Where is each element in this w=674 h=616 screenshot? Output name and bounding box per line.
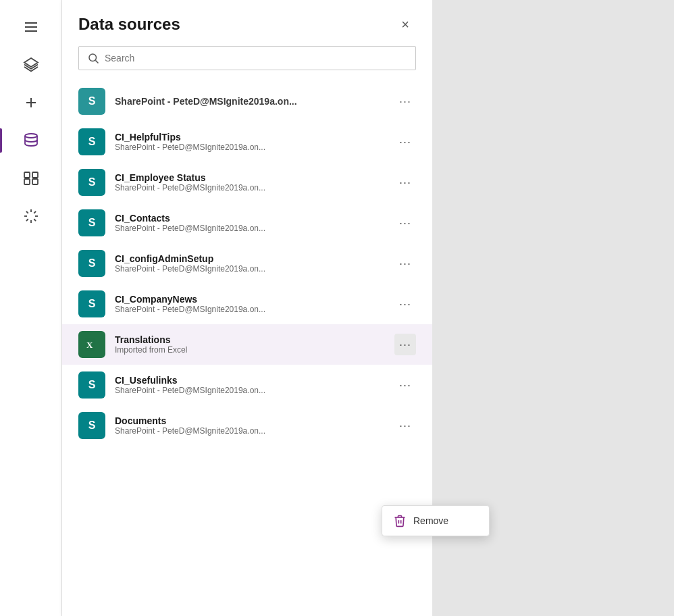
datasource-name: CI_CompanyNews xyxy=(115,294,385,305)
more-button[interactable]: ··· xyxy=(394,374,416,396)
svg-line-20 xyxy=(95,60,98,63)
list-item[interactable]: S Documents SharePoint - PeteD@MSIgnite2… xyxy=(62,405,432,446)
more-button[interactable]: ··· xyxy=(394,91,416,112)
search-icon xyxy=(87,52,99,64)
search-box xyxy=(78,46,416,70)
datasource-sub: SharePoint - PeteD@MSIgnite2019a.on... xyxy=(115,386,385,395)
more-button-translations[interactable]: ··· xyxy=(394,334,416,355)
add-icon xyxy=(23,95,39,111)
list-item[interactable]: S CI_Contacts SharePoint - PeteD@MSIgnit… xyxy=(62,203,432,243)
search-container xyxy=(62,46,432,81)
layers-icon xyxy=(23,57,39,73)
svg-rect-8 xyxy=(32,172,38,178)
panel-header: Data sources × xyxy=(62,0,432,46)
sidebar-item-tools[interactable] xyxy=(0,197,61,235)
svg-rect-10 xyxy=(32,179,38,184)
datasource-name: Documents xyxy=(115,415,385,426)
remove-menu-item[interactable]: Remove xyxy=(382,506,489,536)
svg-line-18 xyxy=(34,211,36,213)
datasource-name: CI_Contacts xyxy=(115,213,385,224)
sharepoint-icon: S xyxy=(78,88,105,115)
tools-icon xyxy=(23,208,39,224)
datasource-sub: Imported from Excel xyxy=(115,345,385,355)
svg-rect-9 xyxy=(24,179,30,184)
trash-icon xyxy=(393,514,407,528)
context-menu: Remove xyxy=(382,505,490,536)
list-item[interactable]: S CI_Usefulinks SharePoint - PeteD@MSIgn… xyxy=(62,365,432,405)
sharepoint-icon: S xyxy=(78,209,105,236)
datasource-name: Translations xyxy=(115,334,385,345)
list-item[interactable]: S CI_configAdminSetup SharePoint - PeteD… xyxy=(62,243,432,284)
more-button[interactable]: ··· xyxy=(394,212,416,234)
menu-icon xyxy=(23,19,39,35)
datasource-name: CI_HelpfulTips xyxy=(115,132,385,143)
close-button[interactable]: × xyxy=(394,14,416,35)
sharepoint-icon: S xyxy=(78,290,105,317)
datasource-sub: SharePoint - PeteD@MSIgnite2019a.on... xyxy=(115,143,385,152)
datasource-sub: SharePoint - PeteD@MSIgnite2019a.on... xyxy=(115,224,385,233)
more-button[interactable]: ··· xyxy=(394,172,416,193)
data-sources-panel: Data sources × S SharePoint - PeteD@MSIg… xyxy=(62,0,432,616)
svg-line-13 xyxy=(26,211,28,213)
more-button[interactable]: ··· xyxy=(394,415,416,436)
datasource-name: CI_configAdminSetup xyxy=(115,253,385,264)
sidebar-item-layers[interactable] xyxy=(0,46,61,84)
media-icon xyxy=(23,170,39,186)
list-item-partial: S SharePoint - PeteD@MSIgnite2019a.on...… xyxy=(62,81,432,122)
svg-point-19 xyxy=(89,54,97,61)
data-icon xyxy=(23,132,39,149)
datasource-list: S SharePoint - PeteD@MSIgnite2019a.on...… xyxy=(62,81,432,616)
more-button[interactable]: ··· xyxy=(394,131,416,153)
excel-icon: X xyxy=(78,331,105,358)
sidebar-item-data[interactable] xyxy=(0,122,61,159)
datasource-sub: SharePoint - PeteD@MSIgnite2019a.on... xyxy=(115,305,385,314)
svg-line-14 xyxy=(34,219,36,221)
sharepoint-icon: S xyxy=(78,128,105,155)
datasource-name: SharePoint - PeteD@MSIgnite2019a.on... xyxy=(115,96,385,107)
list-item[interactable]: S CI_Employee Status SharePoint - PeteD@… xyxy=(62,162,432,203)
list-item-translations[interactable]: X Translations Imported from Excel ··· xyxy=(62,324,432,365)
sidebar xyxy=(0,0,62,616)
more-button[interactable]: ··· xyxy=(394,253,416,274)
svg-text:X: X xyxy=(86,340,93,350)
sharepoint-icon: S xyxy=(78,412,105,439)
sidebar-item-menu[interactable] xyxy=(0,8,61,46)
datasource-name: CI_Employee Status xyxy=(115,172,385,183)
list-item[interactable]: S CI_CompanyNews SharePoint - PeteD@MSIg… xyxy=(62,284,432,324)
datasource-sub: SharePoint - PeteD@MSIgnite2019a.on... xyxy=(115,264,385,274)
svg-rect-7 xyxy=(24,172,30,178)
search-input[interactable] xyxy=(105,53,407,63)
sharepoint-icon: S xyxy=(78,250,105,277)
excel-svg: X xyxy=(84,336,100,353)
sidebar-item-add[interactable] xyxy=(0,84,61,122)
remove-label: Remove xyxy=(413,515,448,526)
sidebar-item-media[interactable] xyxy=(0,159,61,197)
datasource-sub: SharePoint - PeteD@MSIgnite2019a.on... xyxy=(115,426,385,436)
list-item[interactable]: S CI_HelpfulTips SharePoint - PeteD@MSIg… xyxy=(62,122,432,162)
more-button[interactable]: ··· xyxy=(394,293,416,315)
panel-title: Data sources xyxy=(78,15,180,34)
svg-point-6 xyxy=(25,134,37,138)
svg-line-17 xyxy=(26,219,28,221)
sharepoint-icon: S xyxy=(78,371,105,399)
sharepoint-icon: S xyxy=(78,169,105,196)
datasource-sub: SharePoint - PeteD@MSIgnite2019a.on... xyxy=(115,183,385,192)
datasource-name: CI_Usefulinks xyxy=(115,375,385,386)
